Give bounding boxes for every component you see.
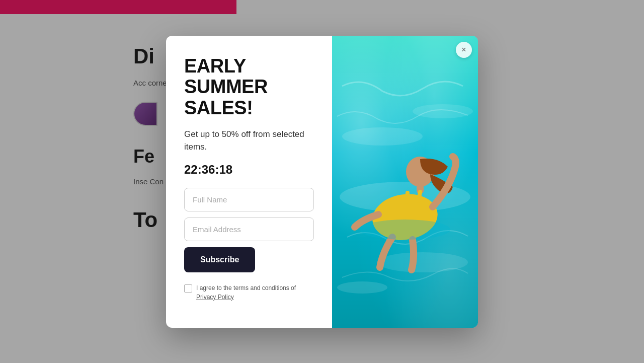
- popup-modal: × EARLY SUMMER SALES! Get up to 50% off …: [166, 36, 478, 328]
- countdown-timer: 22:36:18: [184, 163, 314, 177]
- fullname-input[interactable]: [184, 188, 314, 211]
- terms-checkbox[interactable]: [184, 284, 192, 293]
- modal-subtext: Get up to 50% off from selected items.: [184, 128, 314, 154]
- svg-point-2: [377, 252, 468, 272]
- close-icon: ×: [461, 45, 466, 54]
- close-button[interactable]: ×: [456, 42, 472, 58]
- svg-point-8: [360, 220, 450, 240]
- subscribe-button[interactable]: Subscribe: [184, 247, 255, 272]
- svg-point-4: [413, 104, 473, 118]
- email-input[interactable]: [184, 217, 314, 241]
- pool-image: [332, 36, 478, 328]
- modal-headline: EARLY SUMMER SALES!: [184, 56, 314, 119]
- svg-point-3: [337, 281, 387, 294]
- privacy-policy-link[interactable]: Privacy Policy: [196, 294, 234, 301]
- modal-image-panel: [332, 36, 478, 328]
- modal-overlay: × EARLY SUMMER SALES! Get up to 50% off …: [0, 0, 644, 363]
- svg-point-1: [342, 127, 423, 146]
- modal-form-panel: EARLY SUMMER SALES! Get up to 50% off fr…: [166, 36, 332, 328]
- terms-text: I agree to the terms and conditions of P…: [196, 283, 314, 302]
- subscribe-label: Subscribe: [200, 255, 239, 264]
- terms-row: I agree to the terms and conditions of P…: [184, 283, 314, 302]
- person-illustration: [332, 36, 478, 328]
